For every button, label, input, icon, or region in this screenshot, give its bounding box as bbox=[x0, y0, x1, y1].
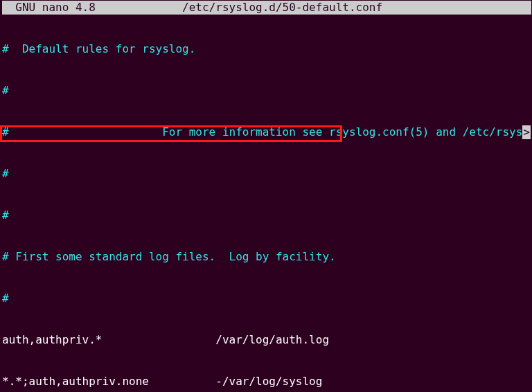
line-continuation-marker: > bbox=[522, 125, 531, 139]
nano-terminal[interactable]: GNU nano 4.8 /etc/rsyslog.d/50-default.c… bbox=[0, 0, 532, 392]
editor-line[interactable]: auth,authpriv.* /var/log/auth.log bbox=[2, 333, 531, 347]
editor-content[interactable]: # Default rules for rsyslog. # # For mor… bbox=[2, 15, 531, 392]
nano-filename: /etc/rsyslog.d/50-default.conf bbox=[182, 1, 382, 14]
editor-line[interactable]: # For more information see rsyslog.conf(… bbox=[2, 125, 531, 139]
editor-line[interactable]: # First some standard log files. Log by … bbox=[2, 250, 531, 264]
editor-line[interactable]: # bbox=[2, 84, 531, 98]
editor-line[interactable]: # bbox=[2, 292, 531, 305]
editor-line[interactable]: # Default rules for rsyslog. bbox=[2, 42, 531, 56]
editor-line[interactable]: # bbox=[2, 208, 531, 222]
editor-line[interactable]: # bbox=[2, 167, 531, 181]
nano-titlebar: GNU nano 4.8 /etc/rsyslog.d/50-default.c… bbox=[2, 1, 531, 15]
nano-version: GNU nano 4.8 bbox=[2, 1, 96, 14]
editor-line[interactable]: *.*;auth,authpriv.none -/var/log/syslog bbox=[2, 375, 531, 389]
